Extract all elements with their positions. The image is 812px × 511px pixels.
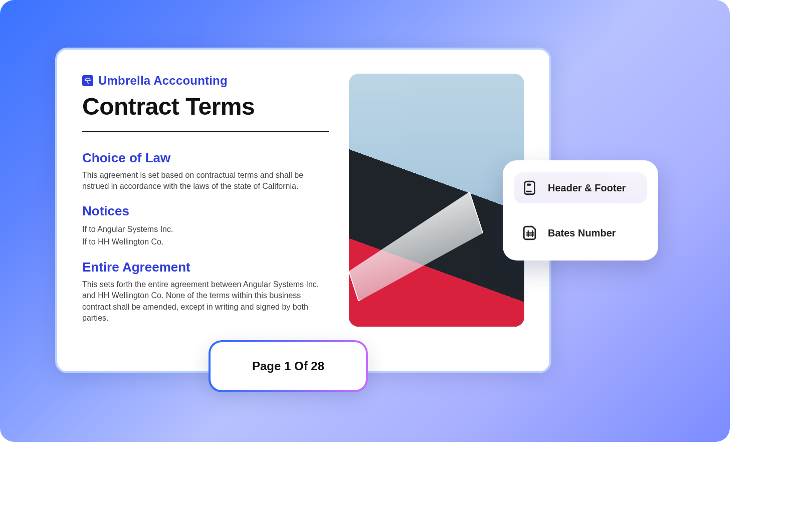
document-hero-image — [349, 74, 524, 327]
section-body-choice-of-law: This agreement is set based on contractu… — [82, 170, 329, 192]
page-indicator-label: Page 1 Of 28 — [252, 359, 324, 373]
stage-background: Umbrella Acccounting Contract Terms Choi… — [0, 0, 730, 442]
brand-name: Umbrella Acccounting — [98, 74, 228, 88]
notice-line-1: If to Angular Systems Inc. — [82, 223, 329, 236]
section-heading-choice-of-law: Choice of Law — [82, 150, 329, 166]
section-body-entire-agreement: This sets forth the entire agreement bet… — [82, 279, 329, 324]
menu-item-header-footer[interactable]: Header & Footer — [514, 172, 647, 203]
section-heading-notices: Notices — [82, 203, 329, 219]
header-footer-icon — [522, 179, 539, 196]
section-heading-entire-agreement: Entire Agreement — [82, 260, 329, 275]
tools-menu: Header & Footer Bates Number — [503, 160, 658, 261]
menu-item-label: Header & Footer — [548, 182, 626, 194]
bates-number-icon — [522, 224, 539, 241]
document-title: Contract Terms — [82, 93, 329, 132]
menu-item-bates-number[interactable]: Bates Number — [514, 217, 647, 248]
menu-item-label: Bates Number — [548, 227, 616, 239]
svg-rect-0 — [527, 184, 531, 186]
brand-row: Umbrella Acccounting — [82, 74, 329, 88]
document-text-column: Umbrella Acccounting Contract Terms Choi… — [82, 74, 329, 346]
page-indicator[interactable]: Page 1 Of 28 — [211, 342, 366, 390]
document-card: Umbrella Acccounting Contract Terms Choi… — [55, 48, 551, 373]
umbrella-icon — [82, 75, 93, 86]
notice-line-2: If to HH Wellington Co. — [82, 235, 329, 248]
